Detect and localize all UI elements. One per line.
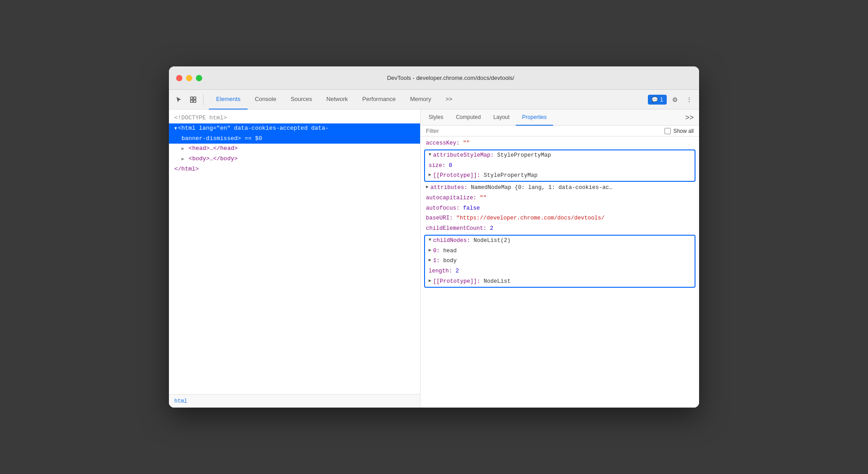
prop-childnodes-0[interactable]: ▶ 0: head bbox=[425, 246, 695, 256]
prop-val-size: 0 bbox=[449, 162, 452, 170]
tab-sources[interactable]: Sources bbox=[283, 90, 319, 110]
prop-val-prototype-stylemap: StylePropertyMap bbox=[484, 171, 538, 180]
dom-html-open2: banner-dismissed> == $0 bbox=[169, 134, 420, 144]
prop-autocapitalize: autocapitalize: "" bbox=[421, 193, 699, 203]
dom-doctype: <!DOCTYPE html> bbox=[169, 113, 420, 123]
properties-panel: Styles Computed Layout Properties >> Sho… bbox=[421, 110, 699, 408]
head-tag: <head>…</head> bbox=[189, 145, 238, 152]
prop-childnodes-length: length: 2 bbox=[425, 266, 695, 276]
dom-body[interactable]: ▶ <body>…</body> bbox=[169, 154, 420, 164]
prop-childnodes-header[interactable]: ▼ childNodes: NodeList(2) bbox=[425, 236, 695, 246]
tab-layout[interactable]: Layout bbox=[487, 110, 516, 126]
maximize-button[interactable] bbox=[196, 75, 202, 81]
prop-val-childnodes-length: 2 bbox=[456, 267, 459, 276]
prop-attributestylemap-header[interactable]: ▼ attributeStyleMap: StylePropertyMap bbox=[425, 150, 695, 161]
settings-icon[interactable]: ⚙ bbox=[669, 93, 681, 106]
tab-computed[interactable]: Computed bbox=[450, 110, 487, 126]
prop-group-attributestylemap: ▼ attributeStyleMap: StylePropertyMap si… bbox=[424, 149, 695, 182]
properties-list: accessKey: "" ▼ attributeStyleMap: Style… bbox=[421, 136, 699, 408]
dom-html-open[interactable]: ▼<html lang="en" data-cookies-accepted d… bbox=[169, 123, 420, 134]
filter-input[interactable] bbox=[426, 127, 664, 134]
prop-key-childnodes-length: length: bbox=[429, 267, 456, 276]
devtools-window: DevTools - developer.chrome.com/docs/dev… bbox=[169, 66, 699, 408]
body-tag: <body>…</body> bbox=[189, 155, 238, 162]
inspect-icon[interactable] bbox=[187, 93, 199, 106]
prop-key-accesskey: accessKey: bbox=[426, 139, 463, 148]
dom-head[interactable]: ▶ <head>…</head> bbox=[169, 144, 420, 154]
svg-rect-3 bbox=[194, 100, 196, 102]
tab-performance[interactable]: Performance bbox=[355, 90, 403, 110]
expand-prototype-nodelist-icon[interactable]: ▶ bbox=[429, 277, 431, 284]
minimize-button[interactable] bbox=[186, 75, 192, 81]
dom-tree: <!DOCTYPE html> ▼<html lang="en" data-co… bbox=[169, 110, 420, 394]
tab-network[interactable]: Network bbox=[319, 90, 355, 110]
expand-attributestylemap-icon[interactable]: ▼ bbox=[429, 151, 431, 158]
tab-properties[interactable]: Properties bbox=[516, 110, 553, 126]
expand-childnodes-icon[interactable]: ▼ bbox=[429, 237, 431, 243]
prop-accesskey: accessKey: "" bbox=[421, 138, 699, 149]
prop-group-childnodes: ▼ childNodes: NodeList(2) ▶ 0: head ▶ 1: bbox=[424, 235, 695, 288]
prop-val-autocapitalize: "" bbox=[480, 194, 487, 202]
window-title: DevTools - developer.chrome.com/docs/dev… bbox=[209, 75, 692, 81]
traffic-lights bbox=[176, 75, 202, 81]
prop-key-childnodes-0: 0: bbox=[433, 247, 443, 255]
svg-rect-2 bbox=[190, 100, 193, 102]
prop-val-autofocus: false bbox=[463, 204, 480, 213]
tab-elements[interactable]: Elements bbox=[209, 90, 248, 110]
prop-childelementcount: childElementCount: 2 bbox=[421, 224, 699, 234]
show-all-checkbox[interactable] bbox=[664, 128, 671, 134]
prop-prototype-stylemap[interactable]: ▶ [[Prototype]]: StylePropertyMap bbox=[425, 171, 695, 181]
prop-val-childnodes-1: body bbox=[443, 257, 457, 265]
body-triangle: ▶ bbox=[182, 156, 184, 163]
prop-key-autofocus: autofocus: bbox=[426, 204, 463, 213]
right-tabs-more[interactable]: >> bbox=[682, 114, 697, 122]
prop-key-childnodes-1: 1: bbox=[433, 257, 443, 265]
prop-key-size: size: bbox=[429, 162, 449, 170]
show-all-label: Show all bbox=[673, 128, 694, 134]
filter-bar: Show all bbox=[421, 126, 699, 136]
toolbar-right: 💬 1 ⚙ ⋮ bbox=[648, 93, 695, 106]
html-close-tag: </html> bbox=[174, 166, 199, 172]
chat-badge-button[interactable]: 💬 1 bbox=[648, 95, 667, 105]
expand-childnodes-0-icon[interactable]: ▶ bbox=[429, 247, 431, 254]
head-triangle: ▶ bbox=[182, 145, 184, 153]
expand-attributes-icon[interactable]: ▶ bbox=[426, 184, 429, 190]
tab-console[interactable]: Console bbox=[248, 90, 283, 110]
devtools-panel: Elements Console Sources Network Perform… bbox=[169, 90, 699, 408]
tab-more[interactable]: >> bbox=[438, 90, 460, 110]
prop-attributes[interactable]: ▶ attributes: NamedNodeMap {0: lang, 1: … bbox=[421, 183, 699, 193]
devtools-toolbar: Elements Console Sources Network Perform… bbox=[169, 90, 699, 110]
prop-childnodes-1[interactable]: ▶ 1: body bbox=[425, 256, 695, 266]
svg-rect-1 bbox=[194, 97, 196, 99]
tab-memory[interactable]: Memory bbox=[403, 90, 438, 110]
prop-val-baseuri: "https://developer.chrome.com/docs/devto… bbox=[456, 214, 605, 223]
prop-prototype-nodelist[interactable]: ▶ [[Prototype]]: NodeList bbox=[425, 276, 695, 287]
expand-triangle: ▼ bbox=[174, 125, 177, 132]
svg-rect-0 bbox=[190, 97, 193, 99]
breadcrumb-text: html bbox=[174, 398, 187, 404]
show-all-control[interactable]: Show all bbox=[664, 128, 694, 134]
toolbar-divider bbox=[203, 94, 204, 105]
prop-key-baseuri: baseURI: bbox=[426, 214, 456, 223]
html-tag: <html lang="en" data-cookies-accepted da… bbox=[178, 125, 328, 132]
tab-styles[interactable]: Styles bbox=[422, 110, 450, 126]
expand-childnodes-1-icon[interactable]: ▶ bbox=[429, 257, 431, 263]
doctype-text: <!DOCTYPE html> bbox=[174, 114, 227, 121]
prop-val-childnodes-0: head bbox=[443, 247, 457, 255]
devtools-body: <!DOCTYPE html> ▼<html lang="en" data-co… bbox=[169, 110, 699, 408]
prop-val-prototype-nodelist: NodeList bbox=[484, 277, 511, 286]
expand-prototype-stylemap-icon[interactable]: ▶ bbox=[429, 171, 431, 178]
prop-key-attributes: attributes: bbox=[430, 184, 471, 192]
cursor-icon[interactable] bbox=[173, 93, 185, 106]
prop-key-childnodes: childNodes: bbox=[433, 237, 474, 245]
prop-val-accesskey: "" bbox=[463, 139, 470, 148]
main-tabs: Elements Console Sources Network Perform… bbox=[209, 90, 460, 110]
badge-count: 1 bbox=[660, 97, 663, 103]
right-tabs: Styles Computed Layout Properties >> bbox=[421, 110, 699, 126]
prop-val-childelementcount: 2 bbox=[490, 224, 494, 233]
kebab-menu-icon[interactable]: ⋮ bbox=[683, 93, 695, 106]
prop-val-attributestylemap: StylePropertyMap bbox=[497, 151, 551, 160]
titlebar: DevTools - developer.chrome.com/docs/dev… bbox=[169, 66, 699, 90]
dom-panel: <!DOCTYPE html> ▼<html lang="en" data-co… bbox=[169, 110, 421, 408]
close-button[interactable] bbox=[176, 75, 182, 81]
